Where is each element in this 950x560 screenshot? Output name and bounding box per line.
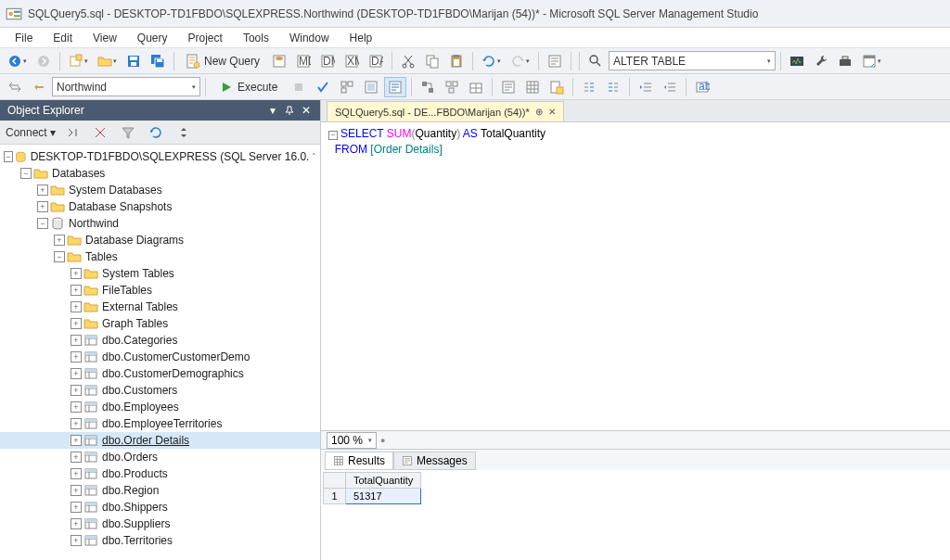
chevron-up-icon[interactable]: ˄ — [309, 151, 318, 162]
xmla-query-button[interactable]: XMLA — [340, 51, 363, 71]
tree-table-orderdetails[interactable]: +dbo.Order Details — [0, 432, 320, 449]
column-header-totalquantity[interactable]: TotalQuantity — [346, 473, 421, 489]
menu-window[interactable]: Window — [280, 30, 339, 46]
dropdown-icon[interactable]: ▾ — [266, 104, 279, 117]
tree-table-customercustomerdemo[interactable]: +dbo.CustomerCustomerDemo — [0, 349, 320, 365]
display-plan-button[interactable] — [336, 77, 358, 97]
parse-button[interactable] — [312, 77, 334, 97]
tree-table-customers[interactable]: +dbo.Customers — [0, 382, 320, 399]
available-db-button[interactable] — [28, 77, 50, 97]
query-options-button[interactable] — [360, 77, 382, 97]
properties-button[interactable] — [544, 51, 566, 71]
client-stats-button[interactable] — [465, 77, 487, 97]
cut-button[interactable] — [397, 51, 419, 71]
activity-monitor-button[interactable] — [786, 51, 808, 71]
zoom-combo[interactable]: 100 %▾ — [327, 432, 377, 449]
new-query-button[interactable]: New Query — [179, 51, 266, 71]
tree-table-suppliers[interactable]: +dbo.Suppliers — [0, 515, 320, 532]
tree-external-tables[interactable]: +External Tables — [0, 299, 320, 315]
tree-table-employeeterritories[interactable]: +dbo.EmployeeTerritories — [0, 415, 320, 432]
save-all-button[interactable] — [147, 51, 169, 71]
row-number[interactable]: 1 — [324, 489, 346, 504]
messages-tab[interactable]: Messages — [393, 452, 476, 470]
connect-button[interactable]: Connect ▾ — [6, 126, 56, 139]
toolbox-button[interactable] — [834, 51, 856, 71]
corner-cell[interactable] — [324, 473, 346, 489]
sql-editor[interactable]: −SELECT SUM(Quantity) AS TotalQuantity F… — [321, 122, 950, 430]
increase-indent-button[interactable] — [659, 77, 681, 97]
tree-file-tables[interactable]: +FileTables — [0, 282, 320, 299]
nav-fwd-button[interactable] — [32, 51, 55, 71]
cancel-query-button[interactable] — [288, 77, 310, 97]
results-to-text-button[interactable] — [497, 77, 520, 97]
tree-northwind-db[interactable]: −Northwind — [0, 215, 320, 232]
tree-graph-tables[interactable]: +Graph Tables — [0, 315, 320, 332]
splitter-handle[interactable]: ● — [380, 436, 385, 445]
wrench-button[interactable] — [810, 51, 832, 71]
nav-back-button[interactable]: ▾ — [4, 51, 31, 71]
object-explorer-tree[interactable]: −DESKTOP-TD1FBDO\SQLEXPRESS (SQL Server … — [0, 145, 320, 560]
paste-button[interactable] — [445, 51, 468, 71]
de-query-button[interactable] — [268, 51, 290, 71]
menu-file[interactable]: File — [6, 30, 42, 46]
result-cell[interactable]: 51317 — [346, 489, 421, 504]
menu-tools[interactable]: Tools — [234, 30, 278, 46]
menu-edit[interactable]: Edit — [44, 30, 82, 46]
oe-filter-button[interactable] — [117, 122, 139, 143]
decrease-indent-button[interactable] — [635, 77, 657, 97]
database-combo[interactable]: Northwind ▾ — [52, 77, 200, 96]
tree-table-customerdemographics[interactable]: +dbo.CustomerDemographics — [0, 365, 320, 382]
menu-help[interactable]: Help — [340, 30, 382, 46]
dax-query-button[interactable]: DAX — [365, 51, 387, 71]
close-icon[interactable]: ✕ — [300, 104, 313, 117]
oe-disconnect-button[interactable] — [61, 122, 83, 143]
comment-button[interactable] — [578, 77, 600, 97]
tree-table-employees[interactable]: +dbo.Employees — [0, 399, 320, 415]
oe-sync-button[interactable] — [173, 122, 195, 143]
results-to-file-button[interactable] — [546, 77, 568, 97]
actual-plan-button[interactable] — [417, 77, 439, 97]
mdx-query-button[interactable]: MDX — [292, 51, 315, 71]
dmx-query-button[interactable]: DMX — [316, 51, 339, 71]
close-icon[interactable]: ✕ — [548, 107, 556, 117]
uncomment-button[interactable] — [602, 77, 624, 97]
tree-tables-node[interactable]: −Tables — [0, 248, 320, 265]
pin-icon[interactable]: ⊕ — [535, 107, 543, 117]
tree-table-products[interactable]: +dbo.Products — [0, 465, 320, 482]
redo-button[interactable]: ▾ — [507, 51, 533, 71]
outline-collapse-icon[interactable]: − — [328, 131, 338, 140]
tree-server-node[interactable]: −DESKTOP-TD1FBDO\SQLEXPRESS (SQL Server … — [0, 148, 320, 165]
copy-button[interactable] — [421, 51, 443, 71]
undo-button[interactable]: ▾ — [478, 51, 505, 71]
tree-table-territories[interactable]: +dbo.Territories — [0, 532, 320, 549]
new-project-button[interactable]: ▾ — [65, 51, 92, 71]
results-tab[interactable]: Results — [325, 452, 393, 470]
menu-view[interactable]: View — [83, 30, 126, 46]
tree-system-tables[interactable]: +System Tables — [0, 265, 320, 282]
tree-table-orders[interactable]: +dbo.Orders — [0, 449, 320, 465]
tree-databases-node[interactable]: −Databases — [0, 165, 320, 182]
menu-project[interactable]: Project — [179, 30, 232, 46]
specify-values-button[interactable]: ab — [691, 77, 713, 97]
results-grid[interactable]: TotalQuantity 151317 — [321, 470, 950, 560]
execute-button[interactable]: Execute — [211, 77, 286, 97]
find-button[interactable] — [584, 51, 607, 71]
query-tab[interactable]: SQLQuery5.sql - DE...FBDO\Marijan (54))*… — [327, 101, 564, 121]
open-file-button[interactable]: ▾ — [94, 51, 121, 71]
tree-table-shippers[interactable]: +dbo.Shippers — [0, 499, 320, 515]
intellisense-button[interactable] — [384, 77, 406, 97]
menu-query[interactable]: Query — [128, 30, 177, 46]
pin-icon[interactable] — [283, 104, 296, 117]
tree-table-categories[interactable]: +dbo.Categories — [0, 332, 320, 349]
tree-db-diagrams[interactable]: +Database Diagrams — [0, 232, 320, 248]
tree-system-databases[interactable]: +System Databases — [0, 182, 320, 198]
window-layout-button[interactable]: ▾ — [858, 51, 885, 71]
oe-refresh-button[interactable] — [145, 122, 167, 143]
search-combo[interactable]: ALTER TABLE ▾ — [609, 51, 776, 70]
live-stats-button[interactable] — [441, 77, 463, 97]
save-button[interactable] — [122, 51, 145, 71]
results-to-grid-button[interactable] — [521, 77, 544, 97]
tree-db-snapshots[interactable]: +Database Snapshots — [0, 198, 320, 215]
tree-table-region[interactable]: +dbo.Region — [0, 482, 320, 499]
change-connection-button[interactable] — [4, 77, 26, 97]
